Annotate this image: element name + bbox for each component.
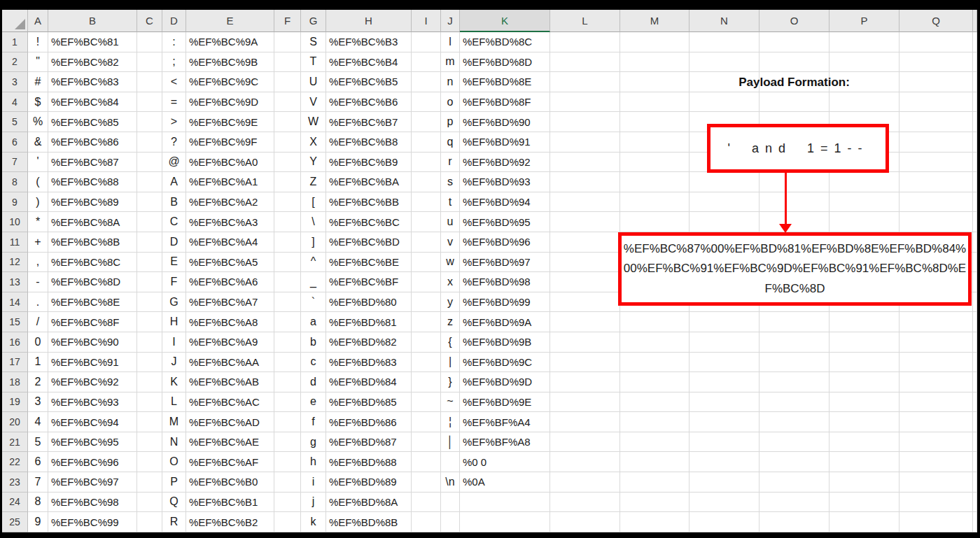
- cell-K4[interactable]: %EF%BD%8F: [460, 92, 550, 113]
- cell-H10[interactable]: %EF%BC%BC: [326, 212, 412, 232]
- cell-Q19[interactable]: [899, 392, 973, 413]
- cell-N4[interactable]: [690, 92, 760, 113]
- cell-G7[interactable]: Y: [301, 153, 326, 173]
- cell-H25[interactable]: %EF%BD%8B: [326, 512, 412, 532]
- cell-O19[interactable]: [760, 392, 830, 413]
- cell-F11[interactable]: [274, 232, 301, 253]
- cell-K6[interactable]: %EF%BD%91: [460, 132, 550, 153]
- cell-N8[interactable]: [690, 172, 760, 192]
- cell-F10[interactable]: [274, 212, 301, 232]
- cell-G15[interactable]: a: [301, 312, 326, 332]
- cell-A21[interactable]: 5: [28, 432, 48, 453]
- cell-G13[interactable]: _: [301, 272, 326, 292]
- cell-N25[interactable]: [690, 512, 760, 532]
- cell-F13[interactable]: [274, 272, 301, 292]
- cell-L24[interactable]: [550, 493, 620, 513]
- cell-B9[interactable]: %EF%BC%89: [48, 192, 137, 213]
- column-header-I[interactable]: I: [412, 10, 441, 32]
- cell-B23[interactable]: %EF%BC%97: [48, 472, 137, 493]
- cell-N23[interactable]: [690, 472, 760, 493]
- cell-N24[interactable]: [690, 493, 760, 513]
- cell-J2[interactable]: m: [441, 52, 460, 73]
- cell-Q20[interactable]: [899, 412, 973, 432]
- cell-F25[interactable]: [274, 512, 301, 532]
- cell-A13[interactable]: -: [28, 272, 48, 292]
- cell-J16[interactable]: {: [441, 332, 460, 353]
- cell-O20[interactable]: [760, 412, 830, 432]
- cell-L11[interactable]: [550, 232, 620, 253]
- cell-G12[interactable]: ^: [301, 253, 326, 273]
- column-header-B[interactable]: B: [48, 10, 137, 32]
- cell-H11[interactable]: %EF%BC%BD: [326, 232, 412, 253]
- cell-P1[interactable]: [830, 32, 899, 52]
- cell-I15[interactable]: [412, 312, 441, 332]
- cell-J24[interactable]: [441, 493, 460, 513]
- cell-K18[interactable]: %EF%BD%9D: [460, 372, 550, 392]
- cell-D10[interactable]: C: [162, 212, 186, 232]
- cell-O17[interactable]: [760, 353, 830, 373]
- cell-H15[interactable]: %EF%BD%81: [326, 312, 412, 332]
- cell-O18[interactable]: [760, 372, 830, 392]
- column-header-L[interactable]: L: [550, 10, 620, 32]
- cell-P17[interactable]: [830, 353, 899, 373]
- cell-K8[interactable]: %EF%BD%93: [460, 172, 550, 192]
- cell-H21[interactable]: %EF%BD%87: [326, 432, 412, 453]
- cell-D3[interactable]: <: [162, 72, 186, 92]
- cell-G19[interactable]: e: [301, 392, 326, 413]
- cell-L4[interactable]: [550, 92, 620, 113]
- cell-L23[interactable]: [550, 472, 620, 493]
- cell-I4[interactable]: [412, 92, 441, 113]
- cell-G3[interactable]: U: [301, 72, 326, 92]
- row-header-22[interactable]: 22: [2, 452, 28, 472]
- cell-B1[interactable]: %EF%BC%81: [48, 32, 137, 52]
- cell-G20[interactable]: f: [301, 412, 326, 432]
- cell-A16[interactable]: 0: [28, 332, 48, 353]
- cell-C20[interactable]: [137, 412, 162, 432]
- cell-L19[interactable]: [550, 392, 620, 413]
- cell-O4[interactable]: [760, 92, 830, 113]
- cell-B21[interactable]: %EF%BC%95: [48, 432, 137, 453]
- cell-K20[interactable]: %EF%BF%A4: [460, 412, 550, 432]
- cell-N18[interactable]: [690, 372, 760, 392]
- cell-B6[interactable]: %EF%BC%86: [48, 132, 137, 153]
- cell-K25[interactable]: [460, 512, 550, 532]
- cell-H18[interactable]: %EF%BD%84: [326, 372, 412, 392]
- cell-G22[interactable]: h: [301, 452, 326, 472]
- cell-A24[interactable]: 8: [28, 493, 48, 513]
- cell-J1[interactable]: l: [441, 32, 460, 52]
- cell-A7[interactable]: ': [28, 153, 48, 173]
- cell-M15[interactable]: [620, 312, 690, 332]
- cell-K12[interactable]: %EF%BD%97: [460, 253, 550, 273]
- column-header-K[interactable]: K: [460, 10, 550, 32]
- cell-A20[interactable]: 4: [28, 412, 48, 432]
- column-header-Q[interactable]: Q: [899, 10, 973, 32]
- column-header-P[interactable]: P: [830, 10, 899, 32]
- cell-M24[interactable]: [620, 493, 690, 513]
- cell-N22[interactable]: [690, 452, 760, 472]
- cell-E10[interactable]: %EF%BC%A3: [186, 212, 274, 232]
- cell-G23[interactable]: i: [301, 472, 326, 493]
- cell-B16[interactable]: %EF%BC%90: [48, 332, 137, 353]
- cell-K15[interactable]: %EF%BD%9A: [460, 312, 550, 332]
- column-header-N[interactable]: N: [690, 10, 760, 32]
- row-header-18[interactable]: 18: [2, 372, 28, 392]
- cell-A14[interactable]: .: [28, 292, 48, 313]
- cell-B10[interactable]: %EF%BC%8A: [48, 212, 137, 232]
- cell-F19[interactable]: [274, 392, 301, 413]
- cell-B3[interactable]: %EF%BC%83: [48, 72, 137, 92]
- cell-A19[interactable]: 3: [28, 392, 48, 413]
- row-header-19[interactable]: 19: [2, 392, 28, 413]
- cell-G8[interactable]: Z: [301, 172, 326, 192]
- cell-B11[interactable]: %EF%BC%8B: [48, 232, 137, 253]
- cell-D23[interactable]: P: [162, 472, 186, 493]
- cell-D14[interactable]: G: [162, 292, 186, 313]
- cell-F22[interactable]: [274, 452, 301, 472]
- cell-B22[interactable]: %EF%BC%96: [48, 452, 137, 472]
- cell-M21[interactable]: [620, 432, 690, 453]
- cell-L8[interactable]: [550, 172, 620, 192]
- cell-I22[interactable]: [412, 452, 441, 472]
- cell-A22[interactable]: 6: [28, 452, 48, 472]
- cell-L21[interactable]: [550, 432, 620, 453]
- cell-Q7[interactable]: [899, 153, 973, 173]
- cell-I16[interactable]: [412, 332, 441, 353]
